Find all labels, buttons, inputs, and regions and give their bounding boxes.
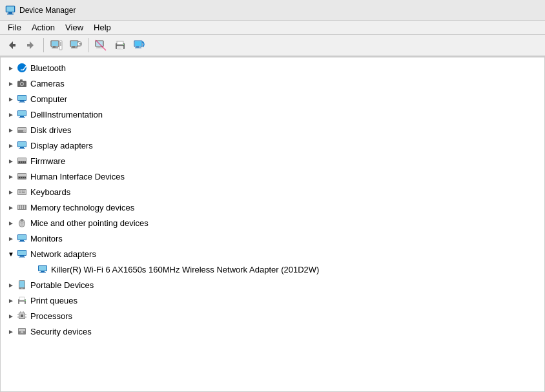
menu-file[interactable]: File bbox=[3, 21, 26, 34]
svg-rect-81 bbox=[25, 192, 26, 194]
device-label-firmware: Firmware bbox=[30, 156, 65, 166]
title-bar-text: Device Manager bbox=[19, 6, 76, 15]
expand-arrow-firmware[interactable]: ► bbox=[6, 156, 16, 166]
tree-item-hid[interactable]: ►Human Interface Devices bbox=[1, 169, 544, 184]
tree-item-keyboards[interactable]: ►Keyboards bbox=[1, 184, 544, 200]
back-button[interactable] bbox=[3, 37, 21, 54]
svg-rect-17 bbox=[71, 41, 77, 46]
svg-rect-80 bbox=[22, 192, 24, 193]
svg-rect-84 bbox=[20, 205, 21, 209]
show-hidden-button[interactable] bbox=[92, 37, 110, 54]
expand-arrow-print[interactable]: ► bbox=[6, 295, 16, 305]
device-icon-monitors bbox=[16, 232, 28, 244]
svg-rect-95 bbox=[19, 242, 25, 242]
device-label-mice: Mice and other pointing devices bbox=[30, 218, 149, 228]
device-label-hid: Human Interface Devices bbox=[30, 172, 125, 181]
toolbar-separator-1 bbox=[43, 38, 44, 52]
expand-arrow-dell[interactable]: ► bbox=[6, 109, 16, 119]
svg-rect-61 bbox=[18, 158, 26, 161]
tree-item-print[interactable]: ►Print queues bbox=[1, 293, 544, 308]
device-icon-cameras bbox=[16, 77, 28, 89]
expand-arrow-cameras[interactable]: ► bbox=[6, 78, 16, 88]
device-icon-dell bbox=[16, 108, 28, 120]
tree-item-security[interactable]: ►Security devices bbox=[1, 324, 544, 339]
device-label-disk: Disk drives bbox=[30, 125, 72, 135]
device-icon-processors bbox=[16, 310, 28, 322]
expand-arrow-computer[interactable]: ► bbox=[6, 94, 16, 104]
tree-item-bluetooth[interactable]: ►⎇Bluetooth bbox=[1, 60, 544, 76]
svg-rect-83 bbox=[18, 205, 19, 209]
svg-rect-36 bbox=[135, 48, 141, 48]
tree-item-monitors[interactable]: ►Monitors bbox=[1, 231, 544, 246]
svg-point-110 bbox=[25, 300, 26, 301]
expand-arrow-display[interactable]: ► bbox=[6, 140, 16, 150]
tree-item-processors[interactable]: ►Processors bbox=[1, 308, 544, 324]
tree-item-dell[interactable]: ►DellInstrumentation bbox=[1, 107, 544, 122]
svg-rect-77 bbox=[24, 191, 25, 192]
device-icon-mice bbox=[16, 217, 28, 229]
device-label-monitors: Monitors bbox=[30, 234, 63, 243]
device-label-memtech: Memory technology devices bbox=[30, 203, 134, 212]
expand-arrow-security[interactable]: ► bbox=[6, 326, 16, 336]
tree-item-disk[interactable]: ►Disk drives bbox=[1, 122, 544, 138]
device-icon-keyboards bbox=[16, 186, 28, 198]
tree-item-display[interactable]: ►Display adapters bbox=[1, 138, 544, 153]
expand-arrow-monitors[interactable]: ► bbox=[6, 233, 16, 243]
menu-help[interactable]: Help bbox=[88, 21, 116, 34]
device-label-cameras: Cameras bbox=[30, 79, 65, 88]
svg-rect-19 bbox=[71, 48, 77, 48]
tree-item-computer[interactable]: ►Computer bbox=[1, 91, 544, 107]
svg-rect-28 bbox=[117, 41, 123, 45]
menu-action[interactable]: Action bbox=[26, 21, 60, 34]
tree-item-mice[interactable]: ►Mice and other pointing devices bbox=[1, 215, 544, 231]
svg-rect-70 bbox=[23, 177, 24, 178]
menu-view[interactable]: View bbox=[60, 21, 88, 34]
svg-rect-85 bbox=[22, 205, 23, 209]
svg-rect-86 bbox=[24, 205, 25, 209]
svg-rect-99 bbox=[19, 257, 25, 258]
svg-rect-25 bbox=[96, 48, 103, 48]
svg-rect-34 bbox=[135, 41, 141, 46]
device-icon-security bbox=[16, 325, 28, 337]
expand-arrow-processors[interactable]: ► bbox=[6, 311, 16, 321]
print-button[interactable] bbox=[111, 37, 129, 54]
expand-arrow-disk[interactable]: ► bbox=[6, 125, 16, 135]
svg-rect-1 bbox=[6, 6, 14, 12]
svg-rect-91 bbox=[21, 219, 23, 222]
tree-item-network[interactable]: ▼Network adapters bbox=[1, 246, 544, 262]
expand-arrow-mice[interactable]: ► bbox=[6, 218, 16, 228]
expand-arrow-network[interactable]: ▼ bbox=[6, 249, 16, 259]
expand-arrow-memtech[interactable]: ► bbox=[6, 202, 16, 212]
svg-rect-31 bbox=[118, 48, 121, 48]
svg-rect-121 bbox=[19, 329, 25, 331]
tree-item-cameras[interactable]: ►Cameras bbox=[1, 76, 544, 91]
properties-button[interactable] bbox=[47, 37, 65, 54]
help-button[interactable]: ? bbox=[67, 37, 85, 54]
svg-rect-71 bbox=[25, 177, 26, 178]
svg-rect-58 bbox=[20, 147, 24, 149]
forward-button[interactable] bbox=[22, 37, 40, 54]
svg-rect-30 bbox=[118, 47, 123, 48]
svg-rect-45 bbox=[18, 96, 26, 100]
app-icon bbox=[5, 5, 15, 15]
svg-rect-47 bbox=[19, 102, 25, 103]
expand-arrow-hid[interactable]: ► bbox=[6, 171, 16, 181]
expand-arrow-keyboards[interactable]: ► bbox=[6, 187, 16, 197]
svg-rect-78 bbox=[19, 192, 20, 194]
svg-rect-2 bbox=[8, 12, 12, 14]
tree-item-wifi[interactable]: ▶Killer(R) Wi-Fi 6 AX1650s 160MHz Wirele… bbox=[1, 262, 544, 277]
svg-text:?: ? bbox=[79, 43, 81, 46]
svg-marker-4 bbox=[9, 41, 13, 49]
main-content[interactable]: ►⎇Bluetooth►Cameras►Computer►DellInstrum… bbox=[0, 57, 545, 392]
svg-rect-24 bbox=[98, 46, 100, 48]
expand-arrow-bluetooth[interactable]: ► bbox=[6, 63, 16, 73]
tree-item-portable[interactable]: ►Portable Devices bbox=[1, 277, 544, 293]
scan-button[interactable] bbox=[130, 37, 149, 54]
expand-arrow-portable[interactable]: ► bbox=[6, 280, 16, 290]
device-icon-firmware bbox=[16, 155, 28, 167]
svg-rect-69 bbox=[21, 177, 22, 178]
tree-item-firmware[interactable]: ►Firmware bbox=[1, 153, 544, 169]
tree-item-memtech[interactable]: ►Memory technology devices bbox=[1, 200, 544, 215]
device-label-dell: DellInstrumentation bbox=[30, 110, 103, 119]
device-tree: ►⎇Bluetooth►Cameras►Computer►DellInstrum… bbox=[1, 57, 544, 342]
